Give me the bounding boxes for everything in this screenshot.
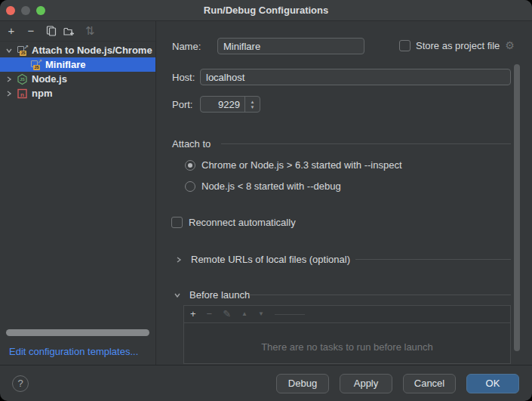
move-up-icon[interactable]: ▲ (241, 309, 248, 319)
tree-item-label: Attach to Node.js/Chrome (32, 45, 152, 56)
remove-task-icon[interactable]: − (207, 309, 213, 319)
radio-label: Chrome or Node.js > 6.3 started with --i… (201, 159, 402, 171)
section-divider (221, 143, 511, 144)
nodejs-icon: JS (17, 73, 29, 85)
reconnect-automatically-row[interactable]: Reconnect automatically (171, 217, 296, 228)
tree-item-attach-to-nodejs-chrome[interactable]: ↗ JS Attach to Node.js/Chrome (0, 43, 155, 57)
add-task-icon[interactable]: + (190, 309, 196, 319)
edit-configuration-templates-link[interactable]: Edit configuration templates... (9, 346, 138, 357)
radio-chrome-or-nodejs-inspect[interactable]: Chrome or Node.js > 6.3 started with --i… (185, 159, 402, 171)
before-launch-section-toggle[interactable]: Before launch (168, 289, 250, 301)
remote-urls-section-label: Remote URLs of local files (optional) (191, 254, 350, 265)
sidebar-toolbar: + − ⇅ (0, 21, 155, 42)
footer-buttons: Debug Apply Cancel OK (276, 374, 519, 393)
toolbar-divider (275, 314, 305, 315)
tree-item-nodejs[interactable]: JS Node.js (0, 72, 155, 86)
section-divider (249, 295, 511, 295)
radio-nodejs-debug[interactable]: Node.js < 8 started with --debug (185, 180, 341, 192)
svg-text:n: n (20, 91, 24, 97)
port-input[interactable] (201, 97, 244, 112)
tree-item-label: Node.js (32, 73, 67, 85)
svg-text:JS: JS (20, 77, 25, 82)
before-launch-task-list: + − ✎ ▲ ▼ There are no tasks to run befo… (183, 305, 511, 364)
radio-selected-icon[interactable] (185, 160, 195, 171)
radio-unselected-icon[interactable] (185, 181, 195, 192)
store-as-project-file-checkbox[interactable] (399, 40, 411, 51)
tree-item-npm[interactable]: n npm (0, 86, 155, 100)
dialog-title: Run/Debug Configurations (0, 0, 532, 21)
remove-icon[interactable]: − (25, 25, 37, 37)
before-launch-toolbar: + − ✎ ▲ ▼ (184, 306, 510, 323)
tree-item-label: npm (32, 88, 52, 99)
chevron-down-icon[interactable] (173, 292, 182, 298)
edit-task-icon[interactable]: ✎ (223, 309, 231, 319)
host-label: Host: (172, 72, 195, 83)
sort-icon[interactable]: ⇅ (84, 25, 96, 37)
tree-item-miniflare[interactable]: ↗ JS Miniflare (0, 57, 155, 72)
store-as-project-file-label: Store as project file (416, 40, 500, 51)
gear-icon[interactable]: ⚙ (505, 39, 515, 51)
ok-button[interactable]: OK (466, 374, 519, 393)
configurations-tree: ↗ JS Attach to Node.js/Chrome ↗ JS Minif… (0, 43, 155, 100)
configurations-sidebar: + − ⇅ ↗ JS Attach to Node.js/Chrome (0, 21, 156, 365)
dialog-footer: ? Debug Apply Cancel OK (0, 365, 532, 401)
before-launch-empty-text: There are no tasks to run before launch (184, 341, 510, 353)
reconnect-automatically-checkbox[interactable] (171, 217, 183, 228)
apply-button[interactable]: Apply (340, 374, 392, 393)
chevron-right-icon[interactable] (5, 76, 14, 82)
spinner-down-icon[interactable]: ▼ (251, 105, 255, 110)
cancel-button[interactable]: Cancel (403, 374, 456, 393)
name-input[interactable] (217, 38, 364, 54)
move-down-icon[interactable]: ▼ (258, 309, 264, 319)
title-bar: Run/Debug Configurations (0, 0, 532, 21)
store-as-project-file-row: Store as project file ⚙ (399, 39, 515, 51)
reconnect-automatically-label: Reconnect automatically (189, 217, 296, 228)
name-label: Name: (172, 41, 201, 52)
attach-config-icon: ↗ JS (30, 59, 42, 71)
configuration-form: Name: Store as project file ⚙ Host: Port… (157, 21, 532, 365)
vertical-scrollbar[interactable] (514, 64, 520, 351)
spinner-up-icon[interactable]: ▲ (251, 100, 255, 104)
chevron-right-icon[interactable] (5, 91, 14, 97)
debug-button[interactable]: Debug (276, 374, 329, 393)
remote-urls-section-toggle[interactable]: Remote URLs of local files (optional) (170, 254, 350, 265)
port-stepper: ▲ ▼ (200, 96, 260, 113)
copy-icon[interactable] (45, 25, 57, 37)
chevron-right-icon[interactable] (174, 257, 183, 263)
host-input[interactable] (200, 69, 511, 85)
tree-item-label: Miniflare (45, 59, 85, 70)
help-button[interactable]: ? (12, 375, 29, 392)
new-folder-icon[interactable] (63, 25, 75, 37)
port-label: Port: (172, 99, 192, 110)
horizontal-scrollbar[interactable] (6, 329, 149, 336)
run-debug-configurations-dialog: Run/Debug Configurations + − ⇅ ↗ J (0, 0, 532, 401)
radio-label: Node.js < 8 started with --debug (201, 180, 341, 192)
attach-to-section-label: Attach to (172, 138, 211, 150)
npm-icon: n (17, 88, 29, 100)
chevron-down-icon[interactable] (5, 48, 14, 54)
port-spinner-buttons[interactable]: ▲ ▼ (244, 97, 260, 112)
section-divider (355, 259, 511, 260)
before-launch-section-label: Before launch (189, 289, 250, 301)
add-icon[interactable]: + (5, 25, 17, 37)
attach-config-icon: ↗ JS (17, 45, 29, 57)
